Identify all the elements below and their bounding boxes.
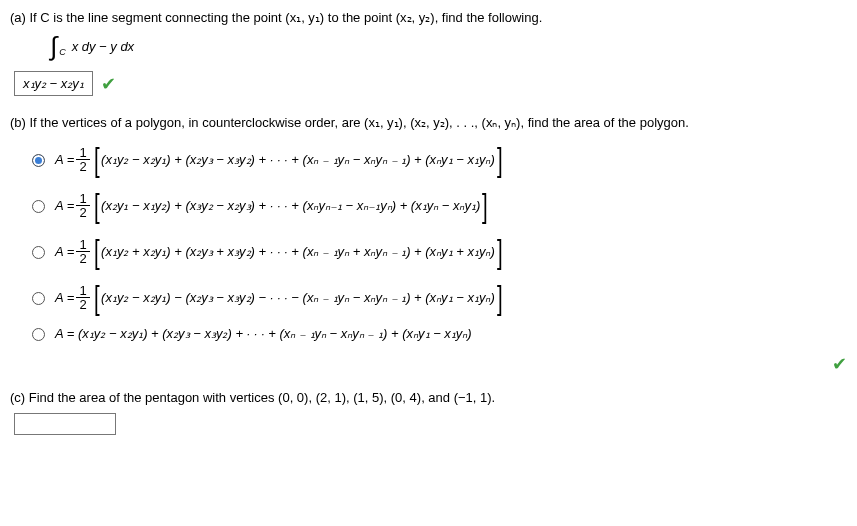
option-2-expr: (x₂y₁ − x₁y₂) + (x₃y₂ − x₂y₃) + · · · + … xyxy=(101,198,480,213)
one-half: 1 2 xyxy=(76,146,89,173)
option-3[interactable]: A = 1 2 [ (x₁y₂ + x₂y₁) + (x₂y₃ + x₃y₂) … xyxy=(32,234,857,268)
part-a-answer: x₁y₂ − x₂y₁ xyxy=(23,76,84,91)
part-b-label: (b) If the vertices of a polygon, in cou… xyxy=(10,115,857,130)
radio-icon[interactable] xyxy=(32,328,45,341)
option-2[interactable]: A = 1 2 [ (x₂y₁ − x₁y₂) + (x₃y₂ − x₂y₃) … xyxy=(32,188,857,222)
radio-icon[interactable] xyxy=(32,292,45,305)
radio-icon[interactable] xyxy=(32,246,45,259)
option-5-expr: A = (x₁y₂ − x₂y₁) + (x₂y₃ − x₃y₂) + · · … xyxy=(55,326,472,341)
part-c-answer-input[interactable] xyxy=(14,413,116,435)
option-5[interactable]: A = (x₁y₂ − x₂y₁) + (x₂y₃ − x₃y₂) + · · … xyxy=(32,326,857,341)
integral-expression: ∫ C x dy − y dx xyxy=(50,33,857,59)
check-icon: ✔ xyxy=(101,73,116,95)
part-b: (b) If the vertices of a polygon, in cou… xyxy=(10,115,857,375)
option-4[interactable]: A = 1 2 [ (x₁y₂ − x₂y₁) − (x₂y₃ − x₃y₂) … xyxy=(32,280,857,314)
left-bracket-icon: [ xyxy=(94,142,100,176)
integral-integrand: x dy − y dx xyxy=(72,39,135,54)
option-4-expr: (x₁y₂ − x₂y₁) − (x₂y₃ − x₃y₂) − · · · − … xyxy=(101,290,495,305)
integral-icon: ∫ xyxy=(50,33,57,59)
check-icon: ✔ xyxy=(832,354,847,374)
option-1[interactable]: A = 1 2 [ (x₁y₂ − x₂y₁) + (x₂y₃ − x₃y₂) … xyxy=(32,142,857,176)
part-c-label: (c) Find the area of the pentagon with v… xyxy=(10,390,857,405)
part-c: (c) Find the area of the pentagon with v… xyxy=(10,390,857,435)
part-a: (a) If C is the line segment connecting … xyxy=(10,10,857,100)
integral-subscript: C xyxy=(59,47,66,57)
part-a-answer-box[interactable]: x₁y₂ − x₂y₁ xyxy=(14,71,93,96)
option-1-expr: (x₁y₂ − x₂y₁) + (x₂y₃ − x₃y₂) + · · · + … xyxy=(101,152,495,167)
radio-selected-icon[interactable] xyxy=(32,154,45,167)
option-3-expr: (x₁y₂ + x₂y₁) + (x₂y₃ + x₃y₂) + · · · + … xyxy=(101,244,495,259)
part-a-label: (a) If C is the line segment connecting … xyxy=(10,10,857,25)
radio-icon[interactable] xyxy=(32,200,45,213)
right-bracket-icon: ] xyxy=(497,142,503,176)
a-prefix: A = xyxy=(55,152,74,167)
